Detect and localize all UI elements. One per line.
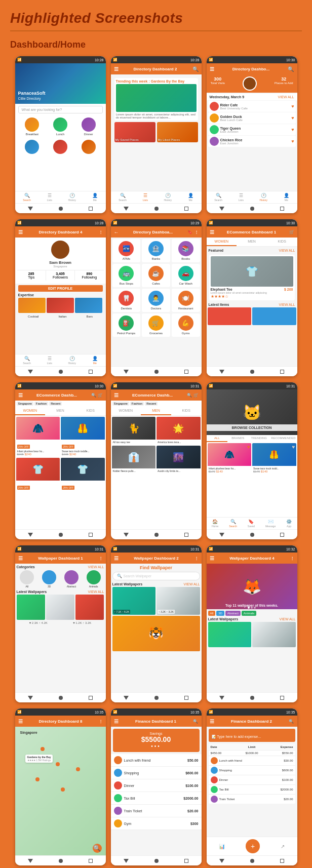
nav-history[interactable]: 🕐 History — [68, 356, 76, 365]
add-expense-bar[interactable]: 📝 Type here to add expense... — [209, 729, 295, 742]
map-marker-4[interactable] — [76, 767, 80, 771]
nav-search[interactable]: 🔍 Search — [214, 193, 222, 202]
nav-app[interactable]: ⚙️ App — [286, 519, 292, 528]
recents-button[interactable] — [89, 370, 93, 374]
nav-me[interactable]: 👤 Me — [284, 193, 289, 202]
add-button[interactable]: + — [246, 839, 260, 853]
filter-singapore[interactable]: Singapore — [17, 402, 33, 406]
nav-search[interactable]: 🔍 Search — [23, 356, 31, 365]
menu-icon[interactable]: ☰ — [114, 392, 119, 398]
expense-dinner[interactable]: Dinner $100.00 — [111, 779, 202, 792]
map-fab-button[interactable]: 🔍 — [93, 844, 102, 853]
wallpaper-penguin[interactable] — [46, 595, 74, 620]
phone-finance1[interactable]: 📶10:35 ☰ Finance Dashboard 1 🔍 Savings $… — [111, 708, 202, 865]
recents-button[interactable] — [184, 207, 188, 211]
menu-icon[interactable]: ☰ — [114, 556, 119, 561]
cat-restaurant[interactable]: 🍽️ Restaurant — [172, 289, 200, 312]
product-red-tee[interactable]: 🌟 America loves texa... — [157, 417, 201, 445]
location-3[interactable] — [82, 140, 96, 155]
map-marker-3[interactable] — [35, 777, 40, 781]
heart-icon[interactable]: ♥ — [291, 127, 294, 132]
back-button[interactable] — [28, 696, 33, 700]
product-pattern-shirt[interactable]: 👔 Kidder fleece pullo... — [112, 446, 156, 474]
more-icon[interactable]: ⋮ — [194, 230, 199, 234]
cart-icon[interactable]: 🛒 — [193, 393, 199, 398]
wallpaper-bird[interactable] — [17, 595, 45, 620]
cat-petrol[interactable]: ⛽ Petrol Pumps — [112, 313, 141, 337]
phone-finance2[interactable]: 📶10:35 ☰ Finance Dashboard 2 🔍 📝 Type he… — [207, 708, 297, 865]
cart-icon[interactable]: 🛒 — [289, 230, 294, 234]
tab-all[interactable]: ALL — [207, 435, 228, 442]
search-icon[interactable]: 🔍 — [91, 393, 96, 398]
recents-button[interactable] — [280, 533, 284, 537]
home-button[interactable] — [154, 859, 159, 863]
expense-gym[interactable]: Gym $300 — [111, 817, 202, 830]
back-icon[interactable]: ← — [114, 229, 119, 235]
share-icon[interactable]: ↗ — [281, 844, 285, 849]
recents-button[interactable] — [89, 207, 93, 211]
tab-kids[interactable]: KIDS — [267, 238, 297, 246]
item-2[interactable] — [252, 307, 296, 325]
place-golden-duck[interactable]: Golden Duck Best Lunch Cafe ♥ — [208, 112, 296, 124]
location-2[interactable] — [53, 140, 67, 155]
nav-history[interactable]: 🕐 History — [164, 193, 172, 202]
cat-groceries[interactable]: 🛒 Groceries — [142, 313, 170, 337]
recents-button[interactable] — [280, 696, 284, 700]
back-button[interactable] — [28, 207, 33, 211]
more-icon[interactable]: ⋮ — [99, 719, 103, 724]
heart-icon[interactable]: ♥ — [291, 104, 294, 109]
cat-car-wash[interactable]: 🚗 Car Wash — [172, 264, 200, 287]
expense-lunch[interactable]: Lunch with friend $50.00 — [111, 754, 202, 767]
menu-icon[interactable]: ☰ — [18, 719, 23, 724]
recents-button[interactable] — [280, 370, 284, 374]
cat-dentists[interactable]: 🦷 Dentists — [112, 289, 141, 312]
more-icon[interactable]: ⋮ — [194, 556, 199, 561]
filter-all[interactable]: All — [208, 611, 216, 616]
cat-animals[interactable]: Animals — [83, 570, 104, 588]
phone-directory5[interactable]: 📶10:29 ← Directory Dashboa... 🔖 ⋮ 🏧 ATMs — [111, 219, 202, 376]
filter-fashion[interactable]: Fashion — [130, 402, 144, 406]
phone-directory2[interactable]: 📶10:28 ☰ Directory Dashboard 2 🔍 Trendin… — [111, 56, 202, 213]
cat-banks[interactable]: 🏦 Banks — [142, 239, 170, 262]
tab-women[interactable]: WOMEN — [111, 407, 141, 415]
recents-button[interactable] — [184, 533, 188, 537]
nav-saved[interactable]: 🔖 Saved — [248, 519, 255, 528]
map-marker-1[interactable] — [41, 747, 45, 751]
wallpaper-bird[interactable] — [208, 622, 252, 647]
product-cat-tee[interactable]: 🐈 All too easy tee — [112, 417, 156, 445]
nav-me[interactable]: 👤 Me — [92, 193, 98, 202]
phone-wallpaper4[interactable]: 📶10:32 ☰ Wallpaper Dashboard 4 ⋮ 🦊 Top 1… — [207, 545, 297, 702]
recents-button[interactable] — [89, 859, 93, 863]
menu-icon[interactable]: ☰ — [210, 229, 214, 235]
cat-bus-stops[interactable]: 🚌 Bus Stops — [112, 264, 141, 287]
product-kids-shirt[interactable]: 👕 25% OFF — [16, 458, 60, 492]
chart-icon[interactable]: 📊 — [219, 844, 225, 849]
recents-button[interactable] — [184, 370, 188, 374]
home-button[interactable] — [250, 696, 254, 700]
product-blue-vest[interactable]: 🦺 25% OFF Swae taco truck toddle... $205… — [61, 417, 105, 457]
place-chicken-rice[interactable]: Chicken Rice East Junction ♥ — [208, 136, 296, 147]
back-button[interactable] — [124, 859, 129, 863]
search-icon[interactable]: 🔍 — [288, 66, 294, 72]
more-icon[interactable]: ⋮ — [99, 230, 103, 234]
save-icon[interactable]: 🔖 — [187, 230, 192, 234]
cat-3d[interactable]: 3D — [38, 570, 60, 588]
recents-button[interactable] — [280, 207, 284, 211]
nav-lists[interactable]: ☰ Lists — [47, 193, 52, 202]
nav-me[interactable]: 👤 Me — [188, 193, 193, 202]
cat-all[interactable]: All — [17, 570, 38, 588]
expense-shopping[interactable]: Shopping $600.00 — [111, 767, 202, 779]
back-button[interactable] — [219, 696, 224, 700]
search-icon[interactable]: 🔍 — [289, 719, 294, 724]
back-button[interactable] — [28, 370, 33, 374]
recents-button[interactable] — [184, 859, 188, 863]
tab-men[interactable]: MEN — [45, 407, 75, 415]
recents-button[interactable] — [89, 533, 93, 537]
phone-directory3[interactable]: 📶10:30 ☰ Directory Dashbo... 🔍 300 Total… — [207, 56, 297, 213]
search-box[interactable]: 🔍 Search Wallpaper — [112, 572, 200, 580]
menu-icon[interactable]: ☰ — [114, 66, 119, 72]
home-button[interactable] — [59, 207, 63, 211]
featured-product[interactable]: 👕 Elephant Tee $ 200 Lorem ipsum dolor s… — [209, 255, 295, 300]
home-button[interactable] — [250, 859, 254, 863]
recents-button[interactable] — [280, 859, 284, 863]
